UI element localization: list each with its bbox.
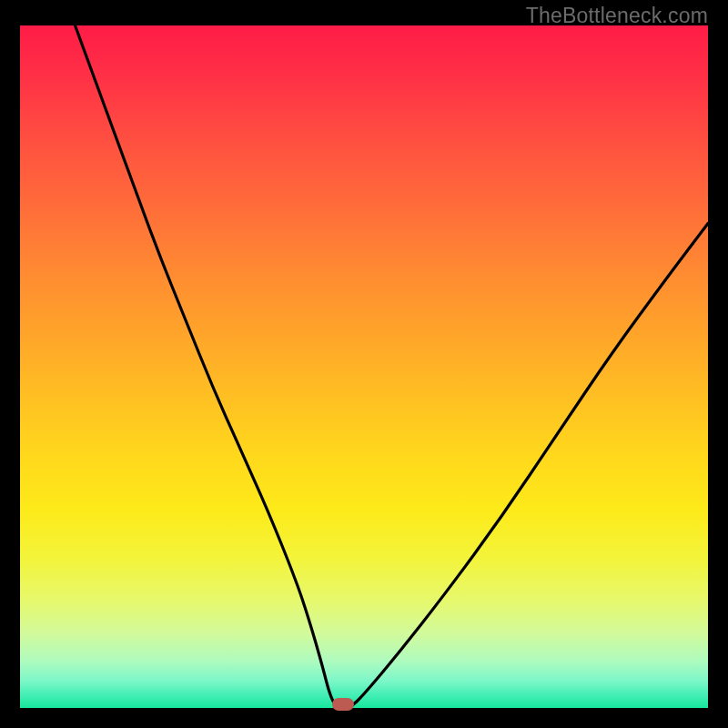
plot-area [20,25,708,708]
bottleneck-curve [76,25,709,708]
watermark-text: TheBottleneck.com [526,4,708,28]
curve-svg [20,25,708,708]
chart-container: TheBottleneck.com [0,0,728,728]
optimal-point-marker [332,698,354,711]
